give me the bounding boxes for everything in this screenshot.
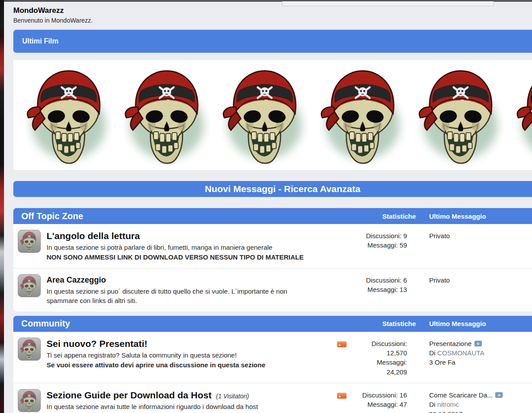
last-thread-link[interactable]: Come Scaricare Da... [429, 390, 493, 400]
visitors-count: (1 Visitatori) [216, 393, 249, 400]
forum-row: Sei nuovo? Presentati! Ti sei appena reg… [13, 332, 532, 383]
forum-description: Ti sei appena registrato? Saluta la comm… [47, 350, 266, 360]
last-message-cell: Privato [426, 274, 532, 285]
last-message-cell: Presentazione » DiCOSMONAUTA 3 Ore Fa [426, 338, 532, 367]
ultimi-film-bar[interactable]: Ultimi Film [13, 30, 532, 53]
last-thread-link[interactable]: Presentazione [429, 339, 472, 348]
by-label: Di [429, 401, 435, 408]
rss-feed-icon[interactable] [337, 341, 347, 347]
quicklinks-bar: Nuovi Messaggi - Ricerca Avanzata [13, 181, 532, 197]
pirate-skull-icon [215, 63, 313, 166]
section-title[interactable]: Community [13, 319, 332, 329]
forum-link[interactable]: L'angolo della lettura [47, 231, 140, 241]
by-label: Di [429, 349, 435, 357]
column-header-statistiche: Statistiche [332, 212, 426, 220]
forum-row: Area Cazzeggio In questa sezione si puo´… [13, 268, 532, 311]
forum-skull-icon [18, 230, 41, 253]
pirate-skull-icon [117, 63, 215, 166]
goto-last-post-icon[interactable]: » [474, 341, 482, 346]
pirate-skull-icon [411, 63, 509, 166]
forum-row: L'angolo della lettura In questa sezione… [13, 224, 532, 268]
section-off-topic-zone: Off Topic Zone Statistiche Ultimo Messag… [13, 208, 532, 311]
username-link[interactable]: COSMONAUTA [437, 349, 484, 357]
column-header-statistiche: Statistiche [332, 320, 426, 327]
welcome-text: Benvenuto in MondoWarezz. [13, 17, 532, 24]
advanced-search-link[interactable]: Ricerca Avanzata [284, 184, 360, 194]
quicklinks-separator: - [276, 184, 284, 194]
last-message-cell: Privato [426, 230, 532, 240]
section-title[interactable]: Off Topic Zone [13, 211, 332, 221]
forum-description: In questa sezione si potrà parlare di li… [47, 243, 304, 252]
forum-link[interactable]: Area Cazzeggio [47, 275, 106, 284]
forum-skull-icon [18, 338, 41, 361]
column-header-ultimo-messaggio: Ultimo Messaggio [426, 320, 532, 327]
forum-skull-icon [18, 274, 41, 297]
forum-link[interactable]: Sei nuovo? Presentati! [47, 338, 148, 349]
forum-stats: Discussioni: 6 Messaggi: 13 [332, 274, 426, 295]
pirate-skull-icon [20, 63, 117, 166]
banner [13, 60, 532, 170]
last-post-time: 3 Ore Fa [429, 358, 532, 367]
forum-row: Sezione Guide per Download da Host(1 Vis… [13, 383, 532, 413]
ultimi-film-label[interactable]: Ultimi Film [22, 37, 59, 45]
username-link[interactable]: nitromc [437, 401, 459, 408]
forum-description: In questa sezione si puo´ discutere di t… [47, 287, 319, 305]
private-label: Privato [429, 275, 532, 285]
forum-stats: Discussioni: 16 Messaggi: 47 [332, 389, 426, 409]
rss-feed-icon[interactable] [337, 393, 347, 399]
last-message-cell: Come Scaricare Da... » Dinitromc 23.10.2… [426, 389, 532, 413]
private-label: Privato [429, 231, 532, 240]
page-background-edge [0, 0, 4, 413]
forum-link[interactable]: Sezione Guide per Download da Host [47, 390, 211, 400]
cutoff-frame-edge [282, 1, 494, 6]
forum-stats: Discussioni: 12,570 Messaggi: 24,209 [332, 338, 426, 377]
forum-skull-icon [18, 389, 41, 412]
forum-description-bold: Se vuoi essere attivato devi aprire una … [47, 360, 266, 370]
goto-last-post-icon[interactable]: » [495, 392, 503, 398]
last-post-time: 23.10.2017 [429, 409, 532, 413]
forum-description-bold: NON SONO AMMESSI LINK DI DOWNLOAD VERSO … [47, 252, 304, 262]
new-messages-link[interactable]: Nuovi Messaggi [205, 184, 276, 194]
section-community: Community Statistiche Ultimo Messaggio S… [13, 316, 532, 413]
column-header-ultimo-messaggio: Ultimo Messaggio [426, 212, 532, 220]
page-title: MondoWarezz [13, 6, 532, 15]
forum-stats: Discussioni: 9 Messaggi: 59 [332, 230, 426, 250]
pirate-skull-icon [509, 63, 532, 166]
forum-description: In questa sezione avrai tutte le informa… [47, 402, 258, 411]
pirate-skull-icon [313, 63, 411, 166]
forum-page: MondoWarezz Benvenuto in MondoWarezz. Ul… [13, 2, 532, 413]
